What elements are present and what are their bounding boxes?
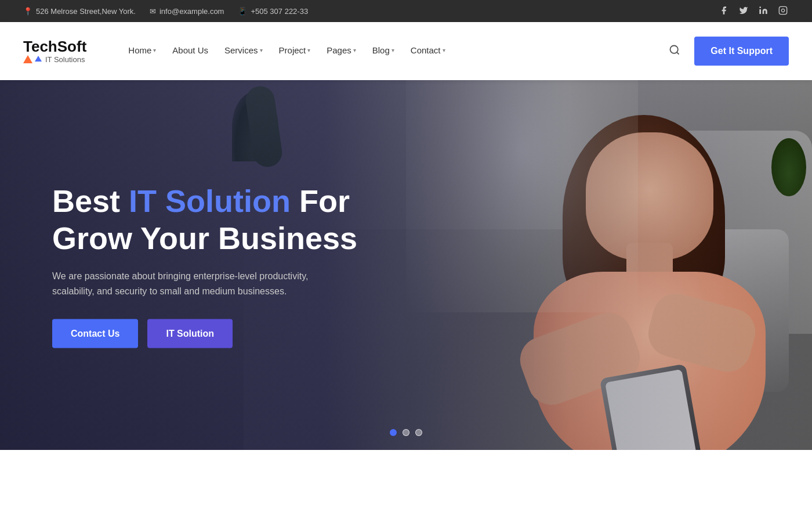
email-text: info@example.com: [160, 7, 224, 16]
address-text: 526 Melrose Street,New York.: [36, 7, 136, 16]
chevron-down-icon: ▾: [307, 47, 310, 53]
hero-title-after: For: [291, 183, 350, 218]
slider-dot-1[interactable]: [390, 429, 397, 436]
hero-title-highlight: IT Solution: [129, 183, 291, 218]
logo-name: TechSoft: [23, 38, 86, 55]
logo-icon: [23, 55, 42, 63]
get-support-button[interactable]: Get It Support: [694, 37, 789, 66]
it-solution-button[interactable]: IT Solution: [147, 319, 233, 348]
hero-content: Best IT Solution For Grow Your Business …: [52, 182, 357, 348]
svg-line-4: [677, 52, 679, 54]
slider-dot-2[interactable]: [403, 429, 409, 436]
location-icon: 📍: [23, 7, 32, 16]
hero-section: Best IT Solution For Grow Your Business …: [0, 80, 812, 450]
nav-blog[interactable]: Blog ▾: [365, 22, 401, 80]
hero-buttons: Contact Us IT Solution: [52, 319, 357, 348]
main-nav: Home ▾ About Us Services ▾ Project ▾ Pag…: [121, 22, 664, 80]
svg-point-0: [759, 6, 761, 8]
nav-pages[interactable]: Pages ▾: [320, 22, 363, 80]
chevron-down-icon: ▾: [260, 47, 263, 53]
slider-dot-3[interactable]: [415, 429, 422, 436]
logo[interactable]: TechSoft IT Solutions: [23, 38, 86, 64]
chevron-down-icon: ▾: [392, 47, 394, 53]
address-item: 📍 526 Melrose Street,New York.: [23, 7, 136, 16]
topbar-contact-info: 📍 526 Melrose Street,New York. ✉ info@ex…: [23, 7, 308, 16]
facebook-icon[interactable]: [718, 6, 730, 17]
hero-title-line2: Grow Your Business: [52, 221, 357, 255]
instagram-icon[interactable]: [777, 6, 789, 17]
nav-project[interactable]: Project ▾: [272, 22, 318, 80]
nav-services[interactable]: Services ▾: [217, 22, 270, 80]
chevron-down-icon: ▾: [353, 47, 356, 53]
header: TechSoft IT Solutions Home ▾ About Us Se…: [0, 22, 812, 80]
header-actions: Get It Support: [664, 37, 789, 66]
hero-title: Best IT Solution For Grow Your Business: [52, 182, 357, 257]
chevron-down-icon: ▾: [153, 47, 156, 53]
nav-home[interactable]: Home ▾: [121, 22, 163, 80]
logo-tagline: IT Solutions: [23, 55, 86, 64]
phone-icon: 📱: [238, 7, 247, 16]
svg-rect-1: [779, 6, 786, 14]
svg-point-3: [670, 45, 678, 53]
search-button[interactable]: [664, 39, 685, 63]
linkedin-icon[interactable]: [757, 6, 769, 17]
hero-subtitle: We are passionate about bringing enterpr…: [52, 269, 331, 298]
social-links: [718, 6, 789, 17]
phone-item: 📱 +505 307 222-33: [238, 7, 308, 16]
phone-text: +505 307 222-33: [251, 7, 308, 16]
slider-dots: [390, 429, 422, 436]
contact-us-button[interactable]: Contact Us: [52, 319, 138, 348]
email-item: ✉ info@example.com: [150, 7, 224, 16]
topbar: 📍 526 Melrose Street,New York. ✉ info@ex…: [0, 0, 812, 22]
twitter-icon[interactable]: [738, 6, 749, 17]
nav-contact[interactable]: Contact ▾: [404, 22, 452, 80]
email-icon: ✉: [150, 7, 156, 16]
hero-title-before: Best: [52, 183, 129, 218]
nav-about[interactable]: About Us: [165, 22, 215, 80]
chevron-down-icon: ▾: [443, 47, 445, 53]
